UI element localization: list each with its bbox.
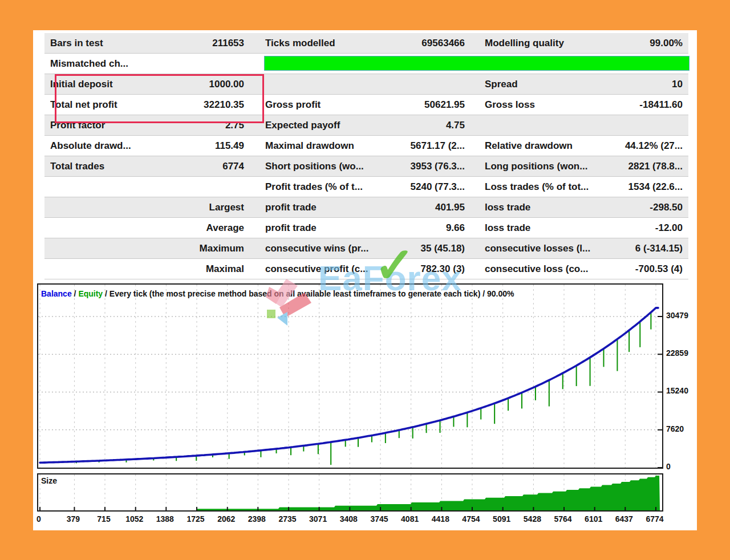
stats-row: Total trades6774Short positions (wo...39… [44, 156, 688, 177]
stat-label: Gross profit [265, 95, 384, 115]
stat-value: 44.12% (27... [602, 136, 683, 156]
x-axis-tick-label: 6101 [585, 514, 602, 524]
stat-value: 35 (45.18) [384, 238, 465, 258]
stat-value: 6774 [173, 156, 244, 176]
x-axis-tick-label: 4081 [401, 514, 419, 524]
stat-label: Modelling quality [485, 33, 601, 53]
stats-row: Maximumconsecutive wins (pr...35 (45.18)… [44, 238, 688, 259]
stats-row: Profit trades (% of t...5240 (77.3...Los… [44, 177, 688, 197]
stat-label: Profit trades (% of t... [265, 177, 384, 197]
stat-label: loss trade [485, 197, 601, 217]
stat-value: -700.53 (4) [602, 259, 683, 279]
stat-label: consecutive profit (c... [265, 259, 384, 279]
report-frame: { "colors": { "frame_orange": "#F9993B",… [0, 0, 730, 560]
x-axis-tick-label: 4418 [432, 514, 449, 524]
x-axis-tick-label: 715 [97, 514, 110, 524]
stat-label: Loss trades (% of tot... [485, 177, 601, 197]
stat-label: loss trade [485, 218, 601, 238]
legend-balance: Balance [41, 289, 72, 298]
x-axis-tick-label: 379 [67, 514, 80, 524]
stat-value: 1000.00 [173, 74, 244, 94]
stat-value: 5671.17 (2... [384, 136, 465, 156]
stat-value: 69563466 [384, 33, 465, 53]
report-content: Bars in test211653Ticks modelled69563466… [33, 30, 697, 530]
balance-chart-svg [38, 285, 662, 468]
stats-row: Mismatched ch... [44, 54, 688, 74]
stat-label: consecutive wins (pr... [265, 238, 384, 258]
stat-label: consecutive loss (co... [485, 259, 601, 279]
stat-label: Long positions (won... [485, 156, 601, 176]
stats-row: Initial deposit1000.00Spread10 [44, 74, 688, 95]
stats-row: Profit factor2.75Expected payoff4.75 [44, 115, 688, 136]
y-axis-tick-label: 30479 [666, 311, 700, 320]
stats-row: Averageprofit trade9.66loss trade-12.00 [44, 218, 688, 238]
stats-row: Largestprofit trade401.95loss trade-298.… [44, 197, 688, 218]
stat-label: Spread [485, 74, 601, 94]
y-axis-tick-label: 15240 [666, 386, 700, 395]
stats-row: Absolute drawd...115.49Maximal drawdown5… [44, 136, 688, 156]
stat-value: Maximal [173, 259, 244, 279]
x-axis-tick-label: 1388 [156, 514, 174, 524]
stat-value: 3953 (76.3... [384, 156, 465, 176]
stat-label: Mismatched ch... [50, 54, 173, 74]
y-axis-tick-label: 0 [666, 462, 700, 471]
x-axis-tick-label: 2398 [248, 514, 266, 524]
x-axis-tick-label: 2735 [278, 514, 296, 524]
x-axis-tick-label: 1725 [186, 514, 204, 524]
stat-value: Average [173, 218, 244, 238]
stat-label: Total trades [50, 156, 173, 176]
stat-value: 50621.95 [384, 95, 465, 115]
y-axis-tick-label: 22859 [666, 348, 700, 358]
stat-value: -298.50 [602, 197, 683, 217]
stat-value: 6 (-314.15) [602, 238, 683, 258]
x-axis-tick-label: 6437 [615, 514, 633, 524]
stat-value: 401.95 [384, 197, 465, 217]
size-chart-svg [38, 474, 662, 510]
stat-label: Relative drawdown [485, 136, 601, 156]
stat-label: Short positions (wo... [265, 156, 384, 176]
stat-label: Gross loss [485, 95, 601, 115]
stat-value: 115.49 [173, 136, 244, 156]
balance-chart-panel: Balance / Equity / Every tick (the most … [37, 283, 663, 469]
stat-value: 4.75 [384, 115, 465, 135]
stat-value: 1534 (22.6... [602, 177, 683, 197]
x-axis-tick-label: 6774 [646, 514, 663, 524]
stat-label: Absolute drawd... [50, 136, 173, 156]
stat-label: Expected payoff [265, 115, 384, 135]
modelling-quality-bar [264, 56, 690, 71]
x-axis-tick-label: 4754 [462, 514, 480, 524]
stat-value: 2821 (78.8... [602, 156, 683, 176]
size-label: Size [41, 476, 57, 485]
legend-equity: Equity [78, 289, 103, 298]
stat-label: profit trade [265, 197, 384, 217]
stat-value: 32210.35 [173, 95, 244, 115]
stat-label: Bars in test [50, 33, 173, 53]
stat-label: Profit factor [50, 115, 173, 135]
x-axis-tick-label: 3745 [370, 514, 388, 524]
legend-sep: / [72, 289, 79, 298]
stat-value: -12.00 [602, 218, 683, 238]
x-axis-tick-label: 3408 [340, 514, 358, 524]
stat-value: -18411.60 [602, 95, 683, 115]
stat-value: 2.75 [173, 115, 244, 135]
x-axis-tick-label: 5091 [493, 514, 510, 524]
stat-value: Maximum [173, 238, 244, 258]
stat-value: 5240 (77.3... [384, 177, 465, 197]
stat-value: 99.00% [602, 33, 683, 53]
stats-row: Maximalconsecutive profit (c...782.30 (3… [44, 259, 688, 279]
stats-row: Bars in test211653Ticks modelled69563466… [44, 33, 688, 54]
stat-label: consecutive losses (l... [485, 238, 601, 258]
x-axis-tick-label: 5764 [554, 514, 571, 524]
stat-label: Total net profit [50, 95, 173, 115]
x-axis-tick-label: 0 [36, 514, 41, 524]
stat-value: 9.66 [384, 218, 465, 238]
x-axis-tick-label: 5428 [524, 514, 541, 524]
stat-label: Ticks modelled [265, 33, 384, 53]
stats-row: Total net profit32210.35Gross profit5062… [44, 95, 688, 115]
x-axis-tick-label: 3071 [309, 514, 327, 524]
stat-value: Largest [173, 197, 244, 217]
stat-label: profit trade [265, 218, 384, 238]
stat-label: Maximal drawdown [265, 136, 384, 156]
legend-method: / Every tick (the most precise method ba… [103, 289, 514, 298]
x-axis-tick-label: 1052 [125, 514, 143, 524]
